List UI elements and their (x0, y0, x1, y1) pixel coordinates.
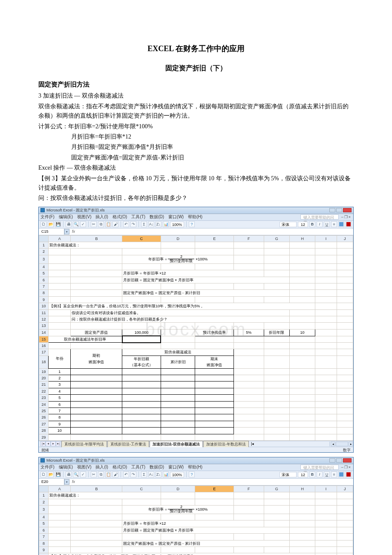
col-header-d[interactable]: D (161, 486, 195, 492)
col-header-f[interactable]: F (234, 235, 264, 242)
hscroll-left-icon[interactable]: ◂ (331, 442, 335, 446)
col-header-g[interactable]: G (264, 486, 289, 492)
undo-icon[interactable]: ↶ (123, 471, 129, 477)
spellcheck-icon[interactable]: ✓ (80, 471, 86, 477)
col-header-c[interactable]: C (122, 486, 161, 492)
underline-icon[interactable]: U (324, 221, 330, 227)
cell-formula-month-rate[interactable]: 月折旧率 = 年折旧率 ×12 (122, 520, 264, 527)
row-header[interactable]: 19 (39, 368, 49, 375)
row-header[interactable]: 6 (39, 527, 49, 533)
zoom-box[interactable]: 100% (170, 472, 184, 477)
bold-icon[interactable]: B (309, 471, 315, 477)
row-header[interactable]: 2 (39, 499, 49, 505)
fontsize-select[interactable]: 12 (298, 222, 308, 227)
help-icon[interactable]: ? (189, 471, 195, 477)
cell-year[interactable]: 2 (49, 375, 71, 382)
spellcheck-icon[interactable]: ✓ (80, 221, 86, 227)
row-header[interactable]: 17 (39, 349, 49, 356)
fx-icon[interactable]: fx (69, 479, 78, 485)
tab-first-icon[interactable]: |◂ (40, 441, 46, 446)
doc-restore-icon[interactable]: ❐ (344, 464, 348, 470)
hdr-end[interactable]: 期末账面净值 (195, 356, 234, 368)
col-header-h[interactable]: H (289, 235, 315, 242)
menu-data[interactable]: 数据(D) (150, 214, 164, 220)
tab-last-icon[interactable]: ▸| (56, 441, 61, 446)
row-header[interactable]: 27 (39, 421, 49, 427)
help-search-box[interactable]: 键入需要帮助的问题 (300, 214, 339, 220)
menu-view[interactable]: 视图(V) (77, 214, 91, 220)
cell-year[interactable]: 7 (49, 408, 71, 414)
select-all-corner[interactable] (39, 235, 49, 242)
row-header[interactable]: 7 (39, 534, 49, 540)
minimize-button[interactable] (329, 458, 335, 462)
bold-icon[interactable]: B (309, 221, 315, 227)
menu-window[interactable]: 窗口(W) (168, 214, 184, 220)
hscroll-right-icon[interactable]: ▸ (349, 442, 353, 446)
sheet-tab-3[interactable]: 加速折旧法-年数总和法 (203, 441, 249, 447)
name-box-dropdown-icon[interactable]: ▾ (64, 229, 69, 234)
row-header[interactable]: 14 (39, 329, 49, 336)
chart-icon[interactable]: 📊 (163, 471, 169, 477)
redo-icon[interactable]: ↷ (130, 471, 136, 477)
name-box[interactable]: C15 (39, 228, 64, 235)
row-header[interactable]: 26 (39, 414, 49, 421)
doc-minimize-icon[interactable]: – (341, 214, 343, 220)
formula-input[interactable] (78, 228, 353, 235)
fill-color-icon[interactable] (338, 471, 344, 477)
row-header[interactable]: 1 (39, 492, 49, 499)
row-header[interactable]: 11 (39, 309, 49, 316)
font-select[interactable]: 宋体 (280, 222, 297, 227)
cell-year[interactable]: 3 (49, 382, 71, 388)
cell-example-line1[interactable]: 【例3】某企业外购一台生产设备，价格10万元，预计使用年限10年，预计净残值率为… (49, 303, 315, 309)
font-select[interactable]: 宋体 (280, 472, 297, 477)
italic-icon[interactable]: I (317, 221, 323, 227)
menu-help[interactable]: 帮助(H) (188, 214, 202, 220)
menu-view[interactable]: 视图(V) (77, 464, 91, 471)
select-all-corner[interactable] (39, 486, 49, 492)
close-button[interactable] (343, 458, 352, 462)
hscroll-track[interactable] (336, 442, 348, 446)
copy-icon[interactable]: ⧉ (98, 221, 104, 227)
copy-icon[interactable]: ⧉ (98, 471, 104, 477)
redo-icon[interactable]: ↷ (130, 221, 136, 227)
cell-formula-rate[interactable]: 年折旧率 = 2预计使用年限 ×100% (122, 255, 234, 263)
cell-value-life[interactable]: 10 (289, 329, 315, 336)
save-icon[interactable]: 💾 (55, 471, 61, 477)
cell-year[interactable]: 6 (49, 401, 71, 408)
cut-icon[interactable]: ✂ (91, 471, 97, 477)
preview-icon[interactable]: 🔍 (73, 471, 79, 477)
row-header[interactable]: 10 (39, 303, 49, 309)
format-painter-icon[interactable]: 🖌 (112, 221, 118, 227)
row-header[interactable]: 13 (39, 323, 49, 329)
cell-year[interactable]: 10 (49, 428, 71, 434)
menu-edit[interactable]: 编辑(E) (59, 214, 73, 220)
col-header-a[interactable]: A (49, 235, 71, 242)
close-button[interactable] (343, 208, 352, 212)
cell-label-ddb-rate[interactable]: 双倍余额递减法年折旧率 (49, 336, 122, 342)
name-box[interactable]: E20 (39, 479, 64, 485)
open-icon[interactable]: 📂 (48, 471, 54, 477)
row-header[interactable]: 8 (39, 290, 49, 296)
cell-formula-month-amt[interactable]: 月折旧额 = 固定资产账面净值 × 月折旧率 (122, 527, 290, 533)
font-color-icon[interactable] (346, 471, 352, 477)
row-header[interactable]: 16 (39, 343, 49, 349)
row-header[interactable]: 28 (39, 428, 49, 434)
name-box-dropdown-icon[interactable]: ▾ (64, 479, 69, 485)
col-header-b[interactable]: B (71, 486, 122, 492)
cell-formula-month-amt[interactable]: 月折旧额 = 固定资产账面净值 × 月折旧率 (122, 277, 290, 283)
sort-asc-icon[interactable]: A↓ (148, 221, 154, 227)
chart-icon[interactable]: 📊 (163, 221, 169, 227)
cut-icon[interactable]: ✂ (91, 221, 97, 227)
spreadsheet-grid[interactable]: A B C D E F G H I J 1双倍余额递减法：23年折旧率 = 2预… (39, 235, 353, 441)
col-header-b[interactable]: B (71, 235, 122, 242)
doc-minimize-icon[interactable]: – (341, 464, 343, 470)
minimize-button[interactable] (329, 208, 335, 212)
row-header[interactable]: 9 (39, 296, 49, 303)
col-header-a[interactable]: A (49, 486, 71, 492)
cell-formula-month-rate[interactable]: 月折旧率 = 年折旧率 ×12 (122, 270, 264, 277)
sheet-tab-2[interactable]: 加速折旧法-双倍余额递减法 (150, 441, 203, 447)
hdr-acc[interactable]: 累计折旧 (161, 356, 195, 368)
zoom-box[interactable]: 100% (170, 222, 184, 227)
cell-label-salvage[interactable]: 预计净残值率 (195, 329, 234, 336)
row-header[interactable]: 5 (39, 270, 49, 277)
